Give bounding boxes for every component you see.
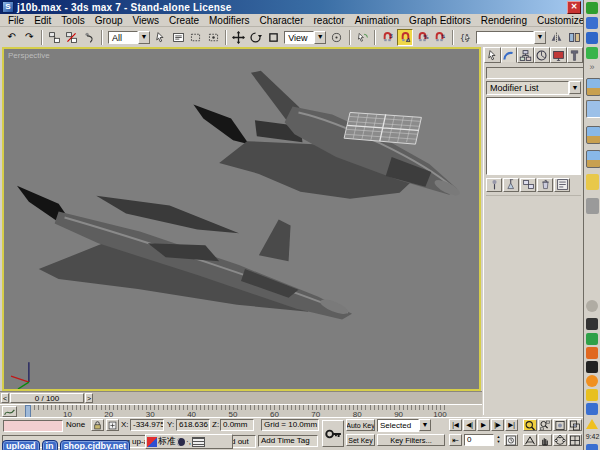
time-config-icon[interactable] [504,434,518,446]
ime-logo-icon[interactable] [147,437,157,447]
key-filters-button[interactable]: Key Filters... [377,434,445,446]
z-coord-field[interactable]: 0.0mm [220,419,254,431]
auto-key-button[interactable]: Auto Key [346,419,375,431]
ime-fullwidth-icon[interactable] [177,438,185,446]
tab-modify[interactable] [501,47,518,63]
perspective-viewport[interactable]: Perspective [2,47,481,391]
absolute-mode-icon[interactable] [106,419,119,431]
show-end-result-icon[interactable] [503,178,519,192]
set-keys-big-key-icon[interactable] [322,420,344,447]
key-mode-icon[interactable]: ⇤ [449,434,462,446]
unlink-icon[interactable] [64,29,80,46]
maxscript-mini-listener[interactable] [3,420,63,432]
rotate-icon[interactable] [248,29,264,46]
dropdown-arrow-icon[interactable]: ▼ [314,31,326,44]
time-slider-handle[interactable]: 0 / 100 [10,393,84,403]
menu-item-create[interactable]: Create [164,15,204,26]
menu-item-edit[interactable]: Edit [29,15,56,26]
zoom-icon[interactable] [523,419,537,431]
tab-create[interactable] [484,47,501,63]
pin-stack-icon[interactable] [486,178,502,192]
fov-icon[interactable] [523,434,537,446]
printer-icon[interactable] [586,198,599,214]
flame-icon[interactable] [586,347,598,359]
ref-coordsys-dropdown[interactable]: View▼ [284,30,326,45]
tab-motion[interactable] [534,47,551,63]
minmax-toggle-icon[interactable] [568,434,582,446]
menu-item-rendering[interactable]: Rendering [476,15,532,26]
ime-toolbar[interactable]: 标准 ·, [145,434,233,449]
arc-rotate-icon[interactable] [553,434,567,446]
picture-folder-icon[interactable] [586,78,600,96]
padlock-icon[interactable] [586,389,598,401]
move-icon[interactable] [230,29,246,46]
dropdown-arrow-icon[interactable]: ▼ [569,81,581,94]
tab-hierarchy[interactable] [517,47,534,63]
zoom-extents-all-icon[interactable] [568,419,582,431]
x-coord-field[interactable]: -334.975 [130,419,164,431]
menu-item-character[interactable]: Character [255,15,309,26]
ime-keyboard-icon[interactable] [192,437,205,447]
dropdown-arrow-icon[interactable]: ▼ [138,31,150,44]
bind-spacewarp-icon[interactable] [81,29,97,46]
qq-tray-icon[interactable] [586,318,598,330]
track-bar[interactable]: 102030405060708090100 [0,404,482,418]
picture-folder-icon[interactable] [586,150,600,168]
spinner-snap-icon[interactable]: ⇅ [432,29,448,46]
goto-start-icon[interactable]: |◀ [449,419,462,431]
close-button[interactable]: ✕ [567,1,581,14]
use-center-icon[interactable] [329,29,345,46]
time-slider-next-button[interactable]: > [85,393,93,403]
time-slider-prev-button[interactable]: < [1,393,9,403]
modifier-list-dropdown[interactable]: Modifier List ▼ [486,81,581,95]
mirror-icon[interactable] [549,29,565,46]
tray-expand-icon[interactable] [586,300,598,312]
mini-curve-editor-button[interactable] [2,406,17,417]
angle-snap-icon[interactable] [397,29,413,46]
zoom-all-icon[interactable] [538,419,552,431]
selection-filter-dropdown[interactable]: All▼ [108,30,150,45]
selection-lock-icon[interactable] [91,419,104,431]
scale-icon[interactable] [265,29,281,46]
align-icon[interactable] [566,29,582,46]
alert-icon[interactable] [586,413,598,429]
redo-icon[interactable]: ↷ [21,29,37,46]
start-icon[interactable] [586,2,598,14]
ime-punctuation-icon[interactable]: ·, [186,437,191,447]
menu-item-animation[interactable]: Animation [350,15,404,26]
menu-item-customize[interactable]: Customize [532,15,589,26]
zoom-extents-icon[interactable] [553,419,567,431]
dropdown-arrow-icon[interactable]: ▼ [419,419,431,431]
named-sets-dropdown[interactable]: ▼ [476,30,546,45]
tab-utilities[interactable] [567,47,584,63]
globe-icon[interactable] [586,32,598,44]
modifier-stack-list[interactable] [486,97,581,175]
menu-item-reactor[interactable]: reactor [309,15,350,26]
green-square-icon[interactable] [586,333,598,345]
max-running-icon[interactable] [586,100,600,118]
menu-item-views[interactable]: Views [128,15,165,26]
folder-icon[interactable] [586,174,599,190]
window-crossing-icon[interactable] [205,29,221,46]
snap-3d-icon[interactable]: 3 [379,29,395,46]
orange-ball-icon[interactable] [586,375,598,387]
make-unique-icon[interactable] [520,178,536,192]
blue-partial-icon[interactable] [586,444,598,450]
menu-item-group[interactable]: Group [90,15,128,26]
rect-region-icon[interactable] [187,29,203,46]
select-by-name-icon[interactable] [170,29,186,46]
play-icon[interactable]: ▶ [477,419,490,431]
select-link-icon[interactable] [46,29,62,46]
menu-item-modifiers[interactable]: Modifiers [204,15,255,26]
selected-filter-dropdown[interactable]: Selected ▼ [377,419,431,432]
tv-icon[interactable] [586,361,598,373]
goto-end-icon[interactable]: ▶| [505,419,518,431]
im-icon[interactable] [586,17,598,29]
ime-mode-label[interactable]: 标准 [158,436,176,447]
select-manipulate-icon[interactable] [354,29,370,46]
next-frame-icon[interactable]: |▶ [491,419,504,431]
y-coord-field[interactable]: 618.636 [176,419,210,431]
pan-icon[interactable] [538,434,552,446]
menu-item-graph-editors[interactable]: Graph Editors [404,15,476,26]
collapse-icon[interactable]: » [586,62,598,74]
